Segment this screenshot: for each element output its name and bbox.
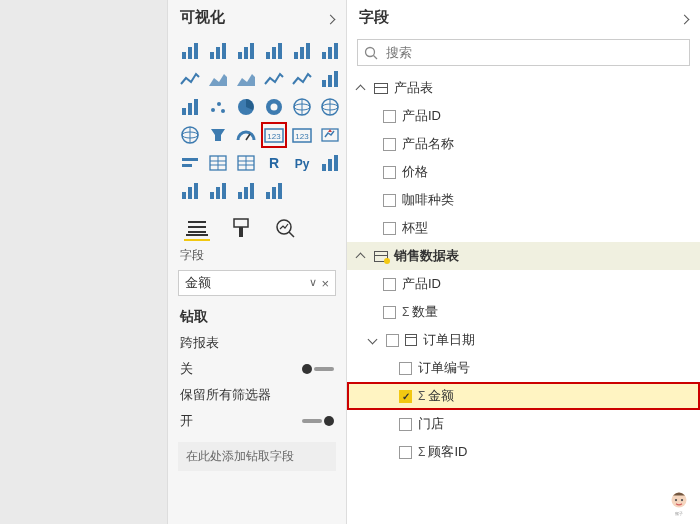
viz-panel-title: 可视化 [180,8,225,27]
viz-line-col2-icon[interactable] [290,67,314,91]
format-tab[interactable] [228,215,254,241]
expand-field-icon[interactable] [369,333,380,348]
field-label: 门店 [418,415,444,433]
svg-rect-14 [306,43,310,59]
viz-qna-icon[interactable] [206,179,230,203]
field-数量[interactable]: 数量 [347,298,700,326]
viz-filled-map-icon[interactable] [178,123,202,147]
svg-rect-8 [250,43,254,59]
checkbox[interactable] [383,306,396,319]
viz-r-icon[interactable]: R [262,151,286,175]
checkbox[interactable] [383,278,396,291]
viz-key-inf-icon[interactable] [318,151,342,175]
analytics-tab[interactable] [272,215,298,241]
field-产品名称[interactable]: 产品名称 [347,130,700,158]
svg-rect-45 [182,158,198,161]
viz-clustered-bar-icon[interactable] [206,39,230,63]
viz-clustered-col-100-icon[interactable] [318,39,342,63]
checkbox[interactable] [399,418,412,431]
viz-stacked-col-100-icon[interactable] [290,39,314,63]
viz-waterfall-icon[interactable] [178,95,202,119]
collapse-fields-icon[interactable] [681,9,688,26]
viz-ribbon-icon[interactable] [318,67,342,91]
viz-table-icon[interactable] [206,151,230,175]
svg-point-29 [271,104,278,111]
viz-map-icon[interactable] [318,95,342,119]
viz-scatter-icon[interactable] [206,95,230,119]
svg-rect-72 [188,221,206,223]
checkbox[interactable] [383,222,396,235]
checkbox[interactable] [383,166,396,179]
field-label: 订单日期 [423,331,475,349]
viz-donut-icon[interactable] [262,95,286,119]
svg-rect-0 [182,52,186,59]
viz-py-icon[interactable]: Py [290,151,314,175]
viz-clustered-col-icon[interactable] [262,39,286,63]
field-well-dropdown-icon[interactable]: ∨ [309,276,317,291]
search-box[interactable] [357,39,690,66]
viz-kpi-icon[interactable] [318,123,342,147]
field-咖啡种类[interactable]: 咖啡种类 [347,186,700,214]
checkbox[interactable] [386,334,399,347]
checkbox[interactable] [383,138,396,151]
field-门店[interactable]: 门店 [347,410,700,438]
cross-report-label: 跨报表 [180,334,219,352]
checkbox[interactable] [383,194,396,207]
field-well-value: 金额 [185,274,211,292]
visualizations-panel: 可视化 123123RPy 字段 金额 ∨ × 钻取 跨报表 [167,0,347,524]
viz-treemap-icon[interactable] [290,95,314,119]
svg-rect-15 [322,52,326,59]
field-价格[interactable]: 价格 [347,158,700,186]
svg-rect-12 [294,52,298,59]
viz-funnel-icon[interactable] [206,123,230,147]
table-icon [374,83,388,94]
viz-line-col-icon[interactable] [262,67,286,91]
checkbox[interactable] [399,390,412,403]
svg-rect-3 [210,52,214,59]
viz-area-icon[interactable] [206,67,230,91]
field-顾客ID[interactable]: 顾客ID [347,438,700,466]
svg-rect-69 [266,192,270,199]
viz-decomp-icon[interactable] [178,179,202,203]
viz-stacked-bar-icon[interactable] [178,39,202,63]
svg-rect-62 [194,183,198,199]
checkbox[interactable] [399,446,412,459]
checkbox[interactable] [399,362,412,375]
field-订单编号[interactable]: 订单编号 [347,354,700,382]
svg-rect-19 [328,75,332,87]
svg-rect-74 [188,231,206,233]
field-金额[interactable]: 金额 [347,382,700,410]
svg-point-80 [366,47,375,56]
field-订单日期[interactable]: 订单日期 [347,326,700,354]
field-产品ID[interactable]: 产品ID [347,270,700,298]
drill-drop-area[interactable]: 在此处添加钻取字段 [178,442,336,471]
cross-report-toggle[interactable] [302,364,334,374]
svg-rect-10 [272,47,276,59]
viz-stacked-area-icon[interactable] [234,67,258,91]
svg-rect-13 [300,47,304,59]
collapse-panel-icon[interactable] [327,9,334,26]
viz-stacked-col-icon[interactable] [234,39,258,63]
field-杯型[interactable]: 杯型 [347,214,700,242]
viz-matrix-icon[interactable] [234,151,258,175]
viz-paginated-icon[interactable] [234,179,258,203]
svg-line-81 [374,55,378,59]
viz-card-icon[interactable]: 123 [262,123,286,147]
field-label: 产品名称 [402,135,454,153]
field-well[interactable]: 金额 ∨ × [178,270,336,296]
fields-tab[interactable] [184,215,210,241]
viz-custom-icon[interactable] [262,179,286,203]
viz-gauge-icon[interactable] [234,123,258,147]
viz-line-icon[interactable] [178,67,202,91]
viz-multi-row-card-icon[interactable]: 123 [290,123,314,147]
checkbox[interactable] [383,110,396,123]
field-well-remove-icon[interactable]: × [321,276,329,291]
svg-rect-57 [322,164,326,171]
table-产品表[interactable]: 产品表 [347,74,700,102]
field-产品ID[interactable]: 产品ID [347,102,700,130]
search-input[interactable] [384,44,683,61]
viz-pie-icon[interactable] [234,95,258,119]
keep-filters-toggle[interactable] [302,416,334,426]
viz-slicer-icon[interactable] [178,151,202,175]
table-销售数据表[interactable]: 销售数据表 [347,242,700,270]
